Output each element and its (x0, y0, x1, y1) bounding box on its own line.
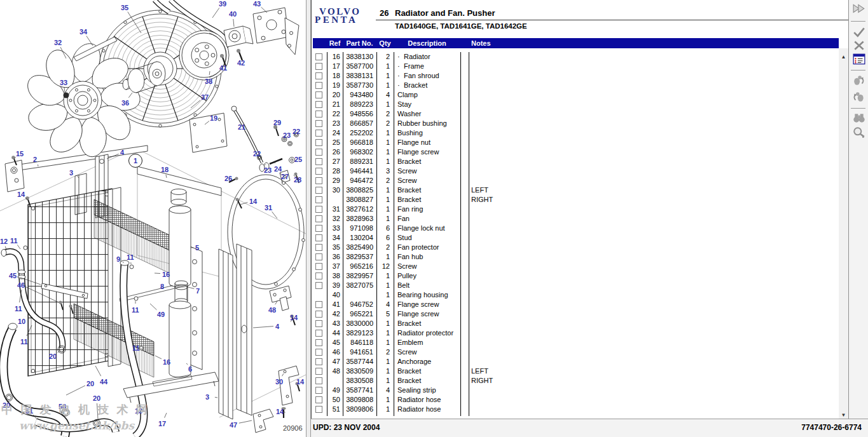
table-row[interactable]: 218892231Stay (313, 100, 839, 109)
row-checkbox[interactable] (315, 234, 322, 241)
row-checkbox[interactable] (315, 120, 322, 127)
table-row[interactable]: 5138098061Radiator hose (313, 405, 839, 414)
diagram-callout-38[interactable]: 38 (205, 77, 212, 85)
apply-check-icon[interactable] (851, 25, 867, 39)
table-row[interactable]: 242522021Bushing (313, 128, 839, 138)
table-row[interactable]: 339710986Flange lock nut (313, 224, 839, 233)
table-row[interactable]: 429652215Flange screw (313, 309, 839, 319)
diagram-callout-16[interactable]: 16 (162, 271, 170, 278)
diagram-callout-11[interactable]: 11 (10, 237, 18, 245)
row-checkbox[interactable] (315, 168, 322, 175)
table-row[interactable]: 419467524Flange screw (313, 300, 839, 309)
row-checkbox[interactable] (315, 263, 322, 270)
diagram-callout-34[interactable]: 34 (79, 28, 88, 36)
diagram-callout-23[interactable]: 23 (264, 166, 272, 174)
diagram-callout-10[interactable]: 10 (18, 318, 25, 325)
table-row[interactable]: 289464413Screw (313, 166, 839, 176)
row-checkbox[interactable] (315, 244, 322, 251)
table-row[interactable]: 1638381302·Radiator (313, 52, 839, 62)
row-checkbox[interactable] (315, 301, 322, 308)
diagram-callout-24[interactable]: 24 (274, 165, 282, 173)
table-row[interactable]: 3796521612Screw (313, 262, 839, 271)
table-row[interactable]: 259668181Flange nut (313, 138, 839, 147)
table-row[interactable]: 229485562Washer (313, 109, 839, 119)
diagram-callout-12[interactable]: 12 (0, 238, 8, 245)
row-checkbox[interactable] (315, 53, 322, 60)
row-checkbox[interactable] (315, 225, 322, 232)
row-checkbox[interactable] (315, 215, 322, 222)
diagram-callout-14[interactable]: 14 (276, 408, 284, 415)
table-row[interactable]: 238668572Rubber bushing (313, 119, 839, 128)
row-checkbox[interactable] (315, 158, 322, 165)
hotspot-next-icon[interactable] (851, 90, 867, 104)
diagram-callout-41[interactable]: 41 (219, 64, 227, 72)
table-row[interactable]: 4438291231Radiator protector (313, 328, 839, 338)
diagram-callout-11[interactable]: 11 (132, 306, 139, 314)
diagram-callout-11[interactable]: 11 (127, 253, 134, 261)
table-row[interactable]: 4338300001Bracket (313, 319, 839, 328)
row-checkbox[interactable] (315, 387, 322, 394)
table-row[interactable]: 3938270751Belt (313, 281, 839, 290)
row-checkbox[interactable] (315, 368, 322, 375)
zoom-magnifier-icon[interactable] (851, 126, 867, 140)
table-row[interactable]: 401Bearing housing (313, 290, 839, 300)
diagram-callout-20[interactable]: 20 (86, 380, 94, 387)
table-row[interactable]: 1735877001·Frame (313, 62, 839, 71)
diagram-callout-9[interactable]: 9 (116, 255, 120, 263)
diagram-callout-48[interactable]: 48 (268, 306, 276, 314)
table-row[interactable]: 4838305091BracketLEFT (313, 366, 839, 376)
row-checkbox[interactable] (315, 396, 322, 403)
table-row[interactable]: 38088271BracketRIGHT (313, 195, 839, 205)
table-row[interactable]: 469416512Screw (313, 347, 839, 357)
diagram-callout-44[interactable]: 44 (100, 378, 108, 386)
diagram-callout-20[interactable]: 20 (93, 394, 100, 402)
row-checkbox[interactable] (315, 63, 322, 70)
find-binoculars-icon[interactable] (851, 112, 867, 126)
row-checkbox[interactable] (315, 282, 322, 289)
diagram-callout-6[interactable]: 6 (188, 365, 192, 373)
row-checkbox[interactable] (315, 130, 322, 137)
table-row[interactable]: 341302046Stud (313, 233, 839, 243)
diagram-callout-8[interactable]: 8 (160, 283, 164, 290)
diagram-callout-22[interactable]: 22 (253, 150, 261, 158)
diagram-callout-11[interactable]: 11 (132, 344, 140, 352)
row-checkbox[interactable] (315, 339, 322, 346)
diagram-callout-30[interactable]: 30 (275, 378, 283, 386)
diagram-callout-45[interactable]: 45 (9, 272, 17, 279)
diagram-callout-2[interactable]: 2 (33, 156, 37, 163)
table-row[interactable]: 4935877414Sealing strip (313, 386, 839, 395)
diagram-callout-26[interactable]: 26 (224, 175, 232, 182)
diagram-callout-37[interactable]: 37 (201, 93, 209, 101)
diagram-callout-5[interactable]: 5 (195, 244, 199, 252)
row-checkbox[interactable] (315, 206, 322, 213)
diagram-callout-18[interactable]: 18 (161, 166, 169, 173)
table-row[interactable]: 3238289631Fan (313, 214, 839, 224)
diagram-callout-25[interactable]: 25 (294, 156, 302, 163)
table-row[interactable]: 1935877301·Bracket (313, 81, 839, 90)
row-checkbox[interactable] (315, 82, 322, 89)
diagram-callout-22[interactable]: 22 (293, 128, 300, 135)
table-row[interactable]: 4735877441Anchorage (313, 357, 839, 366)
table-scrollbar[interactable]: ▲ ▼ (839, 48, 848, 420)
diagram-callout-39[interactable]: 39 (219, 0, 226, 8)
diagram-callout-3[interactable]: 3 (69, 169, 73, 177)
row-checkbox[interactable] (315, 406, 322, 413)
diagram-callout-31[interactable]: 31 (265, 204, 272, 212)
diagram-callout-32[interactable]: 32 (54, 39, 62, 46)
table-row[interactable]: 3838299571Pulley (313, 271, 839, 281)
diagram-callout-21[interactable]: 21 (238, 123, 245, 131)
row-checkbox[interactable] (315, 139, 322, 146)
row-checkbox[interactable] (315, 311, 322, 318)
row-checkbox[interactable] (315, 149, 322, 156)
row-checkbox[interactable] (315, 330, 322, 337)
row-checkbox[interactable] (315, 272, 322, 279)
table-row[interactable]: 3138276121Fan ring (313, 205, 839, 214)
row-checkbox[interactable] (315, 377, 322, 384)
table-row[interactable]: 3538254902Fan protector (313, 243, 839, 252)
hotspot-prev-icon[interactable] (851, 74, 867, 88)
diagram-callout-17[interactable]: 17 (158, 420, 166, 427)
table-row[interactable]: 1838381311·Fan shroud (313, 71, 839, 81)
diagram-callout-35[interactable]: 35 (121, 4, 128, 11)
table-row[interactable]: 458461181Emblem (313, 338, 839, 347)
diagram-callout-42[interactable]: 42 (237, 59, 245, 67)
